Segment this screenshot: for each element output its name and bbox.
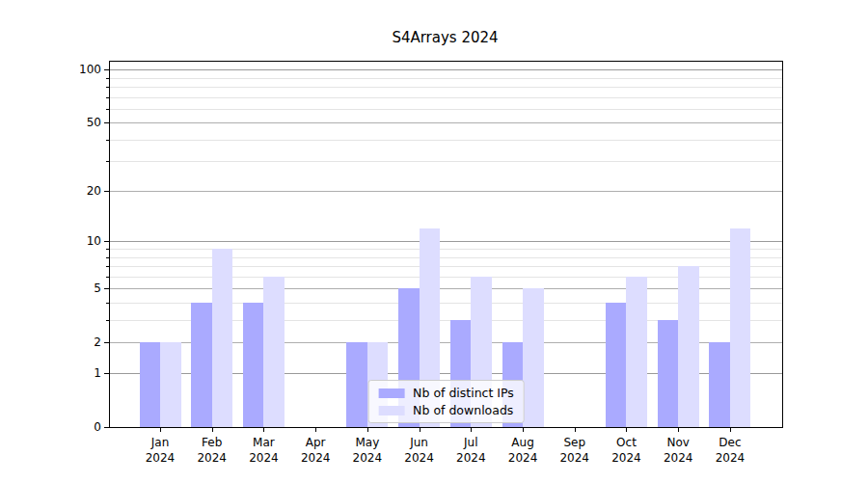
y-tick-minor	[106, 320, 109, 321]
x-tick-label: Dec2024	[699, 435, 761, 466]
chart-title: S4Arrays 2024	[109, 29, 781, 46]
y-tick-label: 20	[43, 183, 101, 199]
x-tick	[212, 427, 213, 432]
x-tick	[160, 427, 161, 432]
x-tick	[626, 427, 627, 432]
x-tick	[730, 427, 731, 432]
y-tick	[104, 122, 109, 123]
legend-entry: Nb of downloads	[378, 403, 514, 417]
y-tick	[104, 373, 109, 374]
y-tick-minor	[106, 87, 109, 88]
y-tick	[104, 342, 109, 343]
x-tick	[263, 427, 264, 432]
legend-label: Nb of distinct IPs	[413, 386, 514, 400]
legend: Nb of distinct IPsNb of downloads	[367, 380, 525, 423]
y-tick-label: 2	[43, 335, 101, 350]
y-tick	[104, 427, 109, 428]
y-tick-minor	[106, 303, 109, 304]
y-tick-label: 100	[43, 62, 101, 77]
legend-label: Nb of downloads	[413, 403, 513, 417]
x-tick	[367, 427, 368, 432]
x-tick	[420, 427, 420, 432]
x-tick	[523, 427, 524, 432]
legend-entry: Nb of distinct IPs	[378, 386, 514, 400]
y-tick	[104, 241, 109, 242]
y-tick	[104, 288, 109, 289]
figure: S4Arrays 2024 0125102050100Jan2024Feb202…	[0, 0, 868, 482]
plot-area: 0125102050100Jan2024Feb2024Mar2024Apr202…	[109, 61, 783, 428]
x-tick	[575, 427, 576, 432]
y-tick-minor	[106, 97, 109, 98]
legend-swatch-distinct-ips	[378, 388, 404, 398]
axes-layer: 0125102050100Jan2024Feb2024Mar2024Apr202…	[110, 62, 782, 427]
y-tick-label: 1	[43, 365, 101, 381]
x-tick	[315, 427, 316, 432]
y-tick-minor	[106, 109, 109, 110]
y-tick-minor	[106, 249, 109, 250]
x-tick	[471, 427, 472, 432]
legend-swatch-downloads	[378, 406, 404, 415]
y-tick-label: 0	[43, 419, 101, 435]
y-tick-minor	[106, 140, 109, 141]
y-tick-label: 10	[43, 233, 101, 249]
y-tick	[104, 69, 109, 70]
y-tick	[104, 191, 109, 192]
x-tick	[678, 427, 679, 432]
y-tick-minor	[106, 277, 109, 278]
y-tick-minor	[106, 78, 109, 79]
y-tick-minor	[106, 266, 109, 267]
y-tick-minor	[106, 257, 109, 258]
y-tick-minor	[106, 161, 109, 162]
y-tick-label: 5	[43, 281, 101, 296]
y-tick-label: 50	[43, 115, 101, 130]
